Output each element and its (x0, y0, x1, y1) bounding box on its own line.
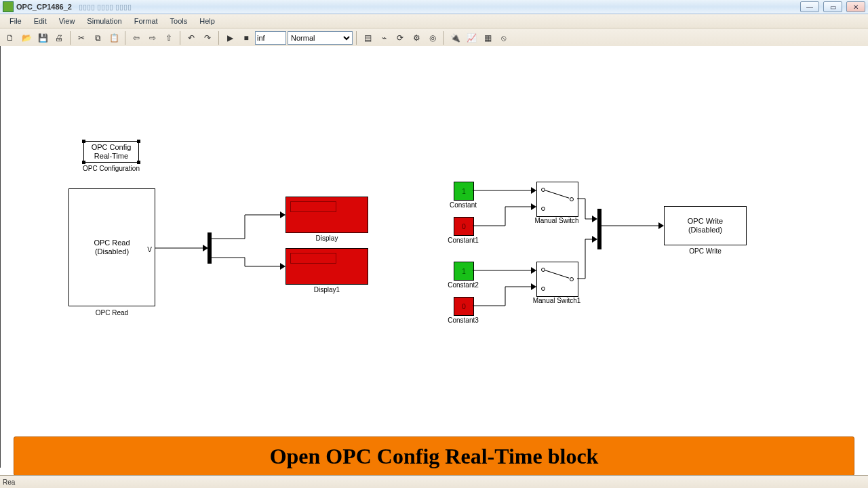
separator (443, 31, 444, 45)
menu-tools[interactable]: Tools (165, 16, 193, 26)
block-text: OPC Config (92, 143, 132, 152)
target-icon[interactable]: ◎ (425, 30, 440, 45)
model-canvas[interactable]: OPC Config Real-Time OPC Configuration O… (0, 46, 868, 468)
update-icon[interactable]: ⟳ (393, 30, 408, 45)
block-display[interactable] (285, 197, 368, 233)
display-field (290, 201, 336, 212)
block-constant2[interactable]: 1 (454, 262, 474, 281)
block-constant[interactable]: 1 (454, 182, 474, 201)
selection-handle[interactable] (82, 140, 85, 143)
arrow-icon (531, 203, 536, 210)
arrow-icon (280, 211, 285, 218)
block-manual-switch[interactable] (536, 182, 578, 217)
separator (180, 31, 180, 45)
save-icon[interactable]: 💾 (35, 30, 50, 45)
block-label: Display1 (286, 286, 368, 293)
arrow-icon (531, 267, 536, 274)
connect-icon[interactable]: 🔌 (448, 30, 462, 45)
title-faded: ▯▯▯▯ ▯▯▯▯ ▯▯▯▯ (79, 3, 132, 12)
back-icon[interactable]: ⇦ (129, 30, 144, 45)
paste-icon[interactable]: 📋 (106, 30, 121, 45)
opt-icon[interactable]: ▦ (480, 30, 495, 45)
block-text: (Disabled) (95, 247, 129, 256)
menu-help[interactable]: Help (194, 16, 220, 26)
block-constant3[interactable]: 0 (454, 297, 474, 316)
display-field (290, 253, 336, 264)
cut-icon[interactable]: ✂ (74, 30, 89, 45)
instruction-text: Open OPC Config Real-Time block (270, 444, 599, 469)
selection-handle[interactable] (137, 140, 140, 143)
arrow-icon (280, 263, 285, 270)
stop-icon[interactable]: ■ (239, 30, 254, 45)
separator (125, 31, 125, 45)
app-icon (3, 1, 14, 12)
status-text: Rea (3, 479, 15, 486)
block-label: Constant2 (422, 281, 504, 289)
menu-format[interactable]: Format (129, 16, 163, 26)
arrow-icon (203, 245, 208, 251)
title-bar: OPC_CP1486_2 ▯▯▯▯ ▯▯▯▯ ▯▯▯▯ — ▭ ✕ (0, 0, 868, 14)
status-bar: Rea (0, 475, 868, 488)
separator (70, 31, 71, 45)
block-label: Display (286, 235, 368, 242)
sim-mode-select[interactable]: Normal (288, 31, 353, 45)
separator (356, 31, 357, 45)
port-label: V (147, 246, 152, 254)
new-icon[interactable]: 🗋 (3, 30, 18, 45)
forward-icon[interactable]: ⇨ (145, 30, 160, 45)
up-icon[interactable]: ⇧ (161, 30, 176, 45)
block-text: OPC Write (688, 217, 723, 226)
block-label: OPC Write (665, 247, 746, 255)
toolbar: 🗋 📂 💾 🖨 ✂ ⧉ 📋 ⇦ ⇨ ⇧ ↶ ↷ ▶ ■ Normal ▤ ⌁ ⟳… (0, 28, 868, 48)
build-icon[interactable]: ⚙ (409, 30, 424, 45)
arrow-icon (531, 187, 536, 194)
print-icon[interactable]: 🖨 (52, 30, 66, 45)
menu-simulation[interactable]: Simulation (81, 16, 127, 26)
block-mux[interactable] (597, 209, 601, 249)
play-icon[interactable]: ▶ (222, 30, 237, 45)
arrow-icon (658, 222, 664, 229)
separator (218, 31, 219, 45)
menu-edit[interactable]: Edit (28, 16, 52, 26)
block-label: Constant3 (422, 317, 504, 324)
menu-view[interactable]: View (54, 16, 81, 26)
close-button[interactable]: ✕ (846, 1, 865, 12)
stop-time-input[interactable] (255, 31, 286, 45)
selection-handle[interactable] (137, 161, 140, 164)
arrow-icon (592, 236, 597, 243)
minimize-button[interactable]: — (800, 1, 819, 12)
block-text: (Disabled) (688, 226, 722, 235)
scope-icon[interactable]: 📈 (464, 30, 479, 45)
arrow-icon (592, 216, 597, 222)
block-display1[interactable] (285, 248, 368, 285)
const-value: 1 (462, 268, 466, 275)
const-value: 0 (462, 223, 466, 230)
block-manual-switch1[interactable] (536, 262, 578, 297)
const-value: 0 (462, 303, 466, 310)
maximize-button[interactable]: ▭ (823, 1, 842, 12)
signal-icon[interactable]: ⌁ (376, 30, 391, 45)
arrow-icon (531, 283, 536, 290)
block-label: Manual Switch (516, 217, 597, 224)
block-label: Manual Switch1 (516, 297, 597, 304)
undo-icon[interactable]: ↶ (184, 30, 199, 45)
block-opc-config[interactable]: OPC Config Real-Time (83, 141, 139, 163)
redo-icon[interactable]: ↷ (200, 30, 215, 45)
block-label: Constant (422, 201, 504, 209)
block-label: Constant1 (422, 237, 504, 244)
window-title: OPC_CP1486_2 (16, 3, 72, 11)
menu-file[interactable]: File (4, 16, 27, 26)
block-label: OPC Read (71, 309, 153, 317)
block-opc-read[interactable]: OPC Read (Disabled) V (68, 188, 155, 306)
instruction-overlay: Open OPC Config Real-Time block (14, 436, 854, 476)
selection-handle[interactable] (82, 161, 85, 164)
block-text: OPC Read (94, 239, 130, 247)
copy-icon[interactable]: ⧉ (90, 30, 105, 45)
open-icon[interactable]: 📂 (19, 30, 34, 45)
block-constant1[interactable]: 0 (454, 217, 474, 236)
block-opc-write[interactable]: OPC Write (Disabled) (664, 206, 747, 245)
stop2-icon[interactable]: ⦸ (496, 30, 511, 45)
library-icon[interactable]: ▤ (360, 30, 375, 45)
const-value: 1 (462, 188, 466, 195)
menu-bar: File Edit View Simulation Format Tools H… (0, 14, 868, 28)
